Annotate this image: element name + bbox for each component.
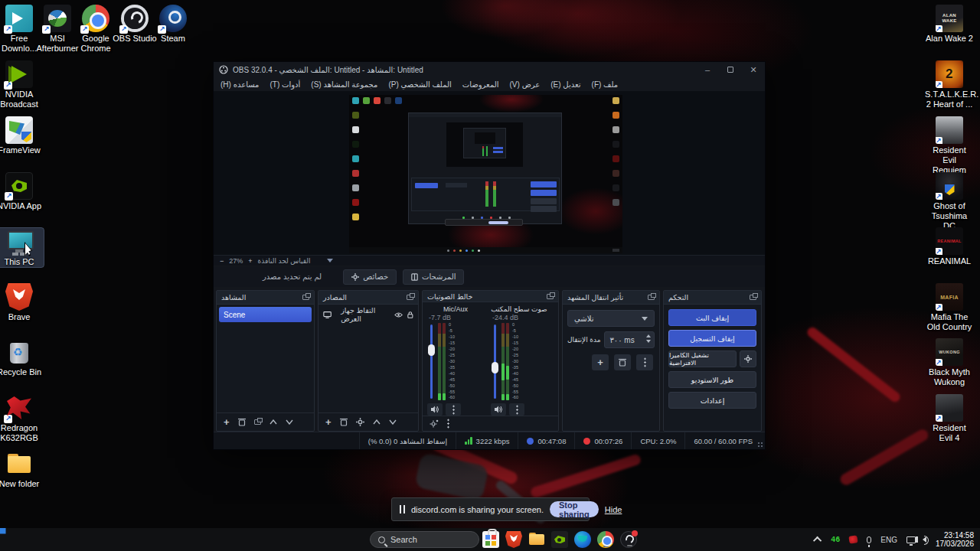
microphone-tray-icon[interactable] [867, 536, 871, 543]
taskbar-icon-microsoft-store[interactable] [482, 531, 499, 548]
popout-icon[interactable] [547, 294, 554, 299]
desktop-icon-nvidia-app[interactable]: ↗ NVIDIA App [0, 172, 44, 211]
zoom-in-button[interactable]: + [248, 257, 252, 265]
desktop-icon-black-myth-wukong[interactable]: WUKONG↗ Black Myth Wukong [925, 338, 974, 387]
taskbar-icon-file-explorer[interactable] [528, 531, 545, 548]
desktop-icon-brave[interactable]: Brave [0, 283, 44, 322]
taskbar-clock[interactable]: 23:14:58 17/03/2026 [936, 531, 974, 548]
move-down-button[interactable] [389, 419, 397, 425]
duration-spinner[interactable]: ٣٠٠ ms [604, 331, 655, 348]
taskbar-icon-brave[interactable] [505, 531, 522, 548]
duration-label: مدة الإنتقال [567, 336, 600, 344]
properties-button[interactable]: خصائص [343, 269, 397, 285]
stop-streaming-button[interactable]: إيقاف البث [668, 309, 756, 326]
move-down-button[interactable] [286, 419, 293, 425]
desktop-icon-ghost-of-tsushima[interactable]: ↗ Ghost of Tsushima DC [925, 172, 974, 231]
volume-slider[interactable] [491, 323, 499, 400]
remove-transition-button[interactable] [614, 354, 631, 370]
scene-filters-button[interactable] [254, 419, 261, 425]
mute-button[interactable] [427, 403, 443, 416]
remove-source-button[interactable] [340, 418, 348, 426]
spinner-up-icon[interactable] [646, 334, 651, 337]
tray-overflow-chevron-icon[interactable] [813, 536, 822, 545]
record-icon [583, 438, 590, 445]
virtual-camera-button[interactable]: تشغيل الكاميرا الافتراضية [668, 350, 737, 367]
taskbar-icon-nvidia-app[interactable] [551, 531, 568, 548]
start-button[interactable] [0, 528, 12, 540]
lock-icon[interactable] [407, 311, 413, 319]
menu-item-help[interactable]: مساعده (H) [215, 80, 264, 89]
menu-item-view[interactable]: عرض (V) [505, 80, 546, 89]
preview-canvas[interactable] [349, 95, 622, 253]
menu-item-edit[interactable]: تعديل (E) [545, 80, 586, 89]
popout-icon[interactable] [302, 295, 309, 300]
stop-recording-button[interactable]: إيقاف التسجيل [668, 330, 756, 347]
desktop-icon-this-pc[interactable]: This PC [0, 228, 44, 267]
remove-scene-button[interactable] [238, 418, 246, 426]
taskbar-icon-chrome[interactable] [597, 531, 614, 548]
chevron-down-icon[interactable] [327, 259, 333, 262]
taskbar-icon-edge[interactable] [574, 531, 591, 548]
desktop-icon-mafia[interactable]: MAFIA↗ Mafia The Old Country [925, 283, 974, 332]
taskbar-icon-obs[interactable] [620, 531, 637, 548]
desktop-icon-alan-wake-2[interactable]: ALAN WAKE↗ Alan Wake 2 [925, 5, 974, 44]
mute-button[interactable] [491, 403, 506, 416]
menu-item-docks[interactable]: المعروضات [457, 80, 505, 89]
obs-titlebar[interactable]: OBS 32.0.4 - الملف الشخصي: Untitled - ال… [214, 62, 765, 77]
desktop-icon-steam[interactable]: ↗ Steam [149, 5, 198, 44]
desktop-icon-redragon[interactable]: ↗ Redragon K632RGB [0, 394, 44, 443]
desktop-icon-new-folder[interactable]: New folder [0, 450, 44, 489]
slider-handle[interactable] [492, 362, 498, 373]
source-properties-button[interactable] [356, 418, 364, 426]
desktop-icon-resident-evil-requiem[interactable]: ↗ Resident Evil Requiem [925, 116, 974, 175]
channel-menu-button[interactable] [509, 403, 524, 416]
desktop-icon-frameview[interactable]: FrameView [0, 116, 44, 155]
popout-icon[interactable] [750, 295, 756, 300]
filters-button[interactable]: المرشحات [403, 269, 464, 285]
minimize-button[interactable]: – [696, 62, 719, 77]
popout-icon[interactable] [407, 295, 413, 300]
reanimal-cover-icon: REANIMAL↗ [936, 227, 963, 255]
add-source-button[interactable]: + [325, 417, 332, 427]
hide-banner-link[interactable]: Hide [605, 505, 622, 514]
studio-mode-button[interactable]: طور الاستوديو [668, 371, 756, 388]
advanced-audio-button[interactable] [430, 419, 439, 428]
slider-handle[interactable] [428, 344, 435, 356]
menu-item-file[interactable]: ملف (F) [586, 80, 624, 89]
visibility-eye-icon[interactable] [394, 311, 403, 318]
msi-tray-icon[interactable] [849, 535, 858, 543]
close-button[interactable]: ✕ [742, 62, 765, 77]
maximize-button[interactable] [719, 62, 742, 77]
menu-item-tools[interactable]: أدوات (T) [264, 80, 305, 89]
channel-menu-button[interactable] [446, 403, 461, 416]
menu-item-profile[interactable]: الملف الشخصي (P) [383, 80, 456, 89]
desktop-icon-reanimal[interactable]: REANIMAL↗ REANIMAL [925, 227, 974, 266]
mixer-menu-button[interactable] [447, 419, 449, 429]
transition-select[interactable]: تلاشي [567, 310, 655, 327]
settings-button[interactable]: إعدادات [668, 392, 756, 409]
desktop-icon-stalker-2[interactable]: 2↗ S.T.A.L.K.E.R. 2 Heart of ... [925, 60, 974, 109]
transition-menu-button[interactable] [636, 354, 653, 370]
volume-slider[interactable] [427, 323, 436, 400]
popout-icon[interactable] [648, 295, 655, 300]
taskbar-search[interactable]: Search [370, 531, 479, 548]
virtual-camera-config-button[interactable] [740, 350, 756, 367]
add-scene-button[interactable]: + [224, 417, 230, 427]
network-volume-group[interactable] [906, 536, 926, 543]
resize-grip[interactable] [757, 442, 763, 448]
stop-sharing-button[interactable]: Stop sharing [550, 501, 599, 517]
desktop-icon-recycle-bin[interactable]: Recycle Bin [0, 338, 44, 377]
source-list-item[interactable]: التقاط جهاز العرض [321, 307, 416, 322]
move-up-button[interactable] [373, 419, 381, 425]
afterburner-tray-value[interactable]: 46 [831, 536, 840, 544]
zoom-out-button[interactable]: − [220, 257, 224, 265]
spinner-down-icon[interactable] [646, 340, 651, 343]
menu-item-scene-collection[interactable]: مجموعة المشاهد (S) [305, 80, 383, 89]
kebab-menu-icon [452, 405, 455, 415]
scene-list-item[interactable]: Scene [219, 307, 312, 322]
add-transition-button[interactable]: + [592, 354, 609, 370]
move-up-button[interactable] [270, 419, 277, 425]
desktop-icon-resident-evil-4[interactable]: ↗ Resident Evil 4 [925, 394, 974, 443]
desktop-icon-nvidia-broadcast[interactable]: ↗ NVIDIA Broadcast [0, 60, 44, 109]
language-indicator[interactable]: ENG [880, 536, 897, 544]
